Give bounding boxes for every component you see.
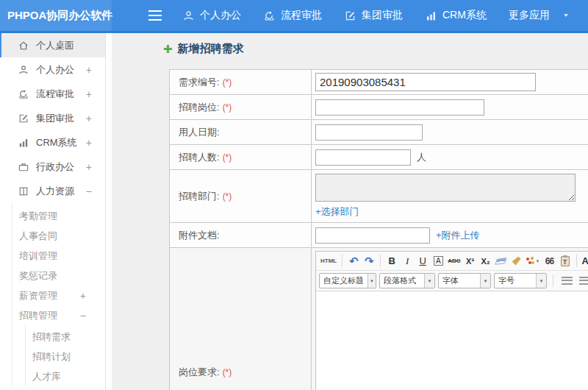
editor-btn-underline[interactable]: U [415,254,430,269]
topnav: 个人办公流程审批集团审批CRM系统更多应用 [182,9,570,22]
sidebar-item-personal-office[interactable]: 个人办公+ [0,57,105,82]
headcount-input[interactable] [315,149,411,166]
form-row-request-no: 需求编号:(*) [169,70,588,95]
position-input[interactable] [315,99,484,116]
editor-btn-undo[interactable]: ↶ [346,254,361,269]
main-content: ✚ 新增招聘需求 需求编号:(*)招聘岗位:(*)用人日期:招聘人数:(*)人招… [112,33,588,390]
align-center-icon [579,277,588,285]
eraser-icon [495,258,506,265]
caret-down-icon: ▼ [536,274,546,288]
toolbar-separator [553,274,553,287]
form-row-position: 招聘岗位:(*) [169,95,588,120]
expander-icon[interactable]: + [86,137,92,149]
attachment-input[interactable] [315,227,430,244]
hire-date-input[interactable] [315,124,423,141]
workflow-icon [18,88,29,100]
sidebar-item-group-approval[interactable]: 集团审批+ [0,106,105,130]
add-icon: ✚ [163,43,173,54]
briefcase-icon [18,161,29,173]
sidebar-item-personal-desktop[interactable]: 个人桌面 [0,33,105,57]
editor-btn-format-brush[interactable] [509,254,524,269]
home-icon [18,40,29,52]
expander-icon[interactable]: + [86,161,92,173]
toolbar-separator [342,255,343,267]
editor-content[interactable] [316,291,588,390]
editor-btn-eraser[interactable] [494,254,509,269]
field-label: 附件文档: [179,229,220,242]
book-icon [18,185,29,197]
editor-btn-italic[interactable]: I [400,254,415,269]
editor-select-custom-title[interactable]: 自定义标题▼ [319,273,376,288]
toolbar-separator [576,255,577,267]
field-label: 岗位要求: [179,366,220,379]
editor-btn-blockquote[interactable]: 66 [542,254,557,269]
align-left-icon [562,277,573,285]
topnav-more-apps[interactable]: 更多应用 [509,9,570,22]
editor-btn-subscript[interactable]: X₂ [478,254,493,269]
form-row-job-requirements: 岗位要求:(*)HTML↶↷BIUAABCX²X₂▼66A▼a自定义标题▼段落格… [169,248,588,390]
sidebar-item-recruitment-request[interactable]: 招聘需求 [26,327,105,347]
topnav-workflow-approval[interactable]: 流程审批 [263,9,322,22]
editor-select-font-size[interactable]: 字号▼ [494,273,547,288]
unit-label: 人 [417,151,426,164]
editor-btn-align-left[interactable] [559,274,574,288]
format-brush-icon [512,257,521,266]
field-label: 用人日期: [179,126,220,139]
sidebar-item-admin-office[interactable]: 行政办公+ [0,155,105,179]
toolbar-separator [380,255,381,267]
hamburger-menu-icon[interactable] [148,10,162,21]
editor-btn-align-center[interactable] [577,274,588,288]
required-star: (*) [223,367,232,377]
editor-btn-font-border[interactable]: A [431,254,445,269]
workflow-icon [263,10,276,22]
sidebar-item-workflow-approval[interactable]: 流程审批+ [0,82,105,106]
expander-icon[interactable]: − [86,185,92,197]
sidebar-item-attendance[interactable]: 考勤管理 [12,206,105,226]
editor-btn-redo[interactable]: ↷ [362,254,376,269]
editor-toolbar-row2: 自定义标题▼段落格式▼字体▼字号▼ [316,271,588,291]
editor-toolbar-row1: HTML↶↷BIUAABCX²X₂▼66A▼a [316,252,588,271]
expander-icon[interactable]: + [86,64,92,76]
sidebar-item-human-resources[interactable]: 人力资源− [0,179,105,203]
user-icon [182,10,195,22]
caret-down-icon [562,12,570,19]
bar-chart-icon [18,137,29,149]
editor-btn-paste[interactable] [558,254,573,269]
attachment-link[interactable]: +附件上传 [436,229,480,242]
sidebar-item-hr-contract[interactable]: 人事合同 [12,226,105,246]
topnav-crm-system[interactable]: CRM系统 [425,9,487,22]
field-label: 招聘人数: [179,151,220,164]
sidebar-item-crm-system[interactable]: CRM系统+ [0,130,105,155]
form-row-hire-date: 用人日期: [169,120,588,145]
editor-btn-bold[interactable]: B [384,254,399,269]
sidebar-item-rewards[interactable]: 奖惩记录 [12,266,105,286]
expander-icon[interactable]: + [86,88,92,100]
caret-down-icon: ▼ [480,274,490,288]
topnav-group-approval[interactable]: 集团审批 [344,9,403,22]
editor-btn-superscript[interactable]: X² [463,254,478,269]
paste-icon [561,256,570,266]
expander-icon[interactable]: + [86,113,92,124]
sidebar-item-salary[interactable]: 薪资管理+ [12,286,105,305]
editor-btn-spray-color[interactable]: ▼ [525,254,542,269]
editor-btn-font-color[interactable]: A▼ [581,254,588,269]
required-star: (*) [223,191,232,202]
edit-square-icon [18,113,29,124]
topnav-personal-office[interactable]: 个人办公 [182,9,241,22]
editor-btn-html-source[interactable]: HTML [319,254,338,269]
caret-down-icon: ▼ [424,274,434,288]
editor-btn-strikethrough[interactable]: ABC [446,254,462,269]
sidebar-item-talent-pool[interactable]: 人才库 [26,366,105,386]
expander-icon[interactable]: + [80,290,86,302]
sidebar-item-training[interactable]: 培训管理 [12,246,105,266]
editor-select-font-family[interactable]: 字体▼ [438,273,491,288]
editor-select-paragraph-format[interactable]: 段落格式▼ [379,273,435,288]
sidebar-item-recruitment[interactable]: 招聘管理− [12,305,105,325]
sidebar: 个人桌面个人办公+流程审批+集团审批+CRM系统+行政办公+人力资源−考勤管理人… [0,33,106,390]
department-link[interactable]: +选择部门 [315,206,359,217]
sidebar-item-recruitment-plan[interactable]: 招聘计划 [26,347,105,366]
expander-icon[interactable]: − [80,310,86,322]
department-textarea[interactable] [315,174,576,202]
page-title-row: ✚ 新增招聘需求 [163,42,244,56]
request-no-input[interactable] [315,73,536,91]
